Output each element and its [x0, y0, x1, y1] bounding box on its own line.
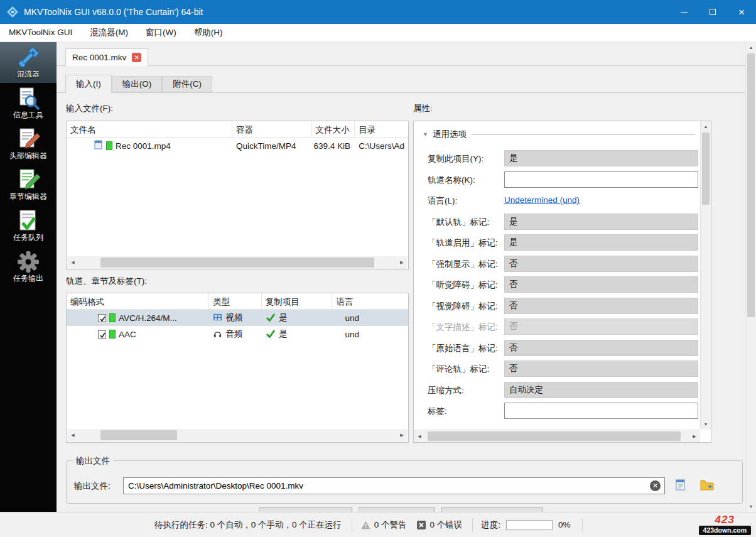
error-icon	[417, 521, 426, 529]
col-copy-item[interactable]: 复制项目	[262, 293, 333, 309]
sidebar-label: 任务输出	[13, 273, 43, 284]
action-button-row: 添加输入文件(A) 开始混流(B) 添加到任务队列(S)	[57, 507, 745, 512]
warning-icon	[361, 521, 370, 529]
track-status-chip	[109, 330, 116, 339]
scrollbar-thumb[interactable]	[702, 133, 710, 205]
output-file-label: 输出文件:	[74, 480, 111, 492]
default-track-flag-dropdown[interactable]: 是	[504, 214, 698, 230]
scrollbar-thumb[interactable]	[747, 53, 755, 317]
sidebar-item-multiplexer[interactable]: 混流器	[0, 42, 57, 83]
type-cell: 音频	[225, 328, 242, 340]
document-tab-label: Rec 0001.mkv	[72, 53, 126, 62]
scroll-right-arrow[interactable]: ▶	[689, 430, 700, 442]
audio-type-icon	[213, 329, 222, 340]
app-logo-icon	[6, 6, 19, 18]
input-files-table: 文件名 容器 文件大小 目录 Rec 0001.mp4 QuickTime/MP…	[66, 121, 409, 270]
close-button[interactable]: ×	[727, 0, 756, 24]
prop-label: 压缩方式:	[428, 385, 464, 396]
prop-row-visual-impaired: 「视觉障碍」标记: 否	[414, 298, 700, 314]
track-checkbox[interactable]	[98, 314, 106, 322]
sidebar-item-job-queue[interactable]: 任务队列	[0, 205, 57, 246]
collapse-triangle-icon: ▼	[423, 131, 428, 138]
multiplexer-page: Rec 0001.mkv ✕ 输入(I) 输出(O) 附件(C) 输入文件(F)…	[57, 42, 745, 512]
menu-help[interactable]: 帮助(H)	[185, 24, 232, 41]
sidebar-item-info-tool[interactable]: 信息工具	[0, 83, 57, 124]
titlebar: MKVToolNix GUI v68.0.0 ('The Curtain') 6…	[0, 0, 756, 24]
prop-label: 复制此项目(Y):	[428, 153, 483, 165]
language-link[interactable]: Undetermined (und)	[504, 195, 580, 205]
scroll-left-arrow[interactable]: ◀	[67, 256, 78, 269]
tab-attachments[interactable]: 附件(C)	[162, 76, 212, 92]
tab-output[interactable]: 输出(O)	[112, 76, 163, 92]
scrollbar-thumb[interactable]	[100, 430, 176, 440]
menu-window[interactable]: 窗口(W)	[137, 24, 185, 41]
gear-icon	[16, 249, 41, 274]
copy-item-dropdown[interactable]: 是	[504, 150, 698, 166]
copy-cell: 是	[279, 312, 288, 323]
col-file-size[interactable]: 文件大小	[312, 121, 355, 137]
original-language-flag-dropdown[interactable]: 否	[504, 340, 698, 356]
scroll-up-arrow[interactable]: ▲	[746, 42, 756, 53]
general-options-section[interactable]: ▼ 通用选项	[423, 129, 695, 140]
prop-row-copy-item: 复制此项目(Y): 是	[414, 150, 700, 166]
document-tab[interactable]: Rec 0001.mkv ✕	[65, 48, 148, 66]
col-file-name[interactable]: 文件名	[67, 121, 232, 137]
statusbar-separator	[582, 518, 583, 532]
sidebar-item-chapter-editor[interactable]: 章节编辑器	[0, 165, 57, 205]
menubar: MKVToolNix GUI 混流器(M) 窗口(W) 帮助(H)	[0, 24, 756, 42]
checklist-icon	[16, 209, 41, 234]
start-multiplexing-button[interactable]: 开始混流(B)	[359, 507, 435, 512]
track-row-audio[interactable]: AAC 音频 是 und	[67, 326, 408, 342]
text-descriptions-flag-dropdown: 否	[504, 318, 698, 335]
minimize-button[interactable]	[669, 0, 698, 24]
prop-label: 「轨道启用」标记:	[428, 237, 498, 249]
magnifier-icon	[16, 86, 41, 111]
forced-display-flag-dropdown[interactable]: 否	[504, 256, 698, 272]
scroll-right-arrow[interactable]: ▶	[396, 429, 408, 442]
add-to-job-queue-button[interactable]: 添加到任务队列(S)	[441, 507, 544, 512]
tracks-horizontal-scrollbar: ◀ ▶	[67, 429, 408, 442]
pending-jobs-status: 待执行的任务: 0 个自动，0 个手动，0 个正在运行	[154, 519, 342, 531]
visual-impaired-flag-dropdown[interactable]: 否	[504, 298, 698, 314]
compression-dropdown[interactable]: 自动决定	[504, 382, 698, 398]
sidebar-item-job-output[interactable]: 任务输出	[0, 246, 57, 287]
directory-cell: C:\Users\Ad	[359, 141, 404, 151]
col-directory[interactable]: 目录	[355, 121, 408, 137]
hearing-impaired-flag-dropdown[interactable]: 否	[504, 276, 698, 293]
col-type[interactable]: 类型	[209, 293, 262, 309]
tab-input[interactable]: 输入(I)	[65, 75, 112, 93]
browse-output-button[interactable]	[671, 477, 690, 494]
scroll-right-arrow[interactable]: ▶	[396, 256, 408, 269]
commentary-flag-dropdown[interactable]: 否	[504, 361, 698, 377]
prop-row-tags: 标签:	[414, 403, 700, 419]
scroll-down-arrow[interactable]: ▼	[701, 419, 711, 430]
scrollbar-thumb[interactable]	[428, 431, 681, 441]
scroll-left-arrow[interactable]: ◀	[414, 430, 425, 442]
col-codec[interactable]: 编码格式	[67, 293, 209, 309]
output-folder-button[interactable]	[698, 477, 716, 494]
scroll-up-arrow[interactable]: ▲	[701, 121, 711, 132]
menu-multiplexer[interactable]: 混流器(M)	[81, 24, 137, 41]
input-files-label: 输入文件(F):	[66, 103, 113, 114]
scrollbar-thumb[interactable]	[100, 258, 374, 268]
sidebar-item-header-editor[interactable]: 头部编辑器	[0, 124, 57, 165]
minimize-icon	[681, 12, 688, 13]
clear-icon[interactable]: ✕	[650, 480, 661, 491]
output-file-input[interactable]	[123, 477, 665, 494]
tags-input[interactable]	[504, 403, 698, 419]
add-source-files-button[interactable]: 添加输入文件(A)	[259, 507, 352, 512]
sidebar: 混流器 信息工具 头部编辑器 章节编辑器 任务队列	[0, 42, 57, 512]
col-language[interactable]: 语言	[332, 293, 408, 309]
scroll-down-arrow[interactable]: ▼	[746, 501, 756, 512]
maximize-button[interactable]	[698, 0, 727, 24]
col-container[interactable]: 容器	[232, 121, 312, 137]
track-enabled-flag-dropdown[interactable]: 是	[504, 234, 698, 251]
menu-mkvtoolnix[interactable]: MKVToolNix GUI	[0, 24, 81, 41]
scroll-left-arrow[interactable]: ◀	[67, 429, 78, 442]
tab-close-icon[interactable]: ✕	[132, 53, 141, 62]
file-row[interactable]: Rec 0001.mp4 QuickTime/MP4 639.4 KiB C:\…	[67, 138, 408, 154]
track-row-video[interactable]: AVC/H.264/M... 视频 是 und	[67, 310, 408, 326]
track-checkbox[interactable]	[98, 330, 106, 339]
prop-label: 语言(L):	[428, 195, 457, 207]
track-name-input[interactable]	[504, 171, 698, 188]
